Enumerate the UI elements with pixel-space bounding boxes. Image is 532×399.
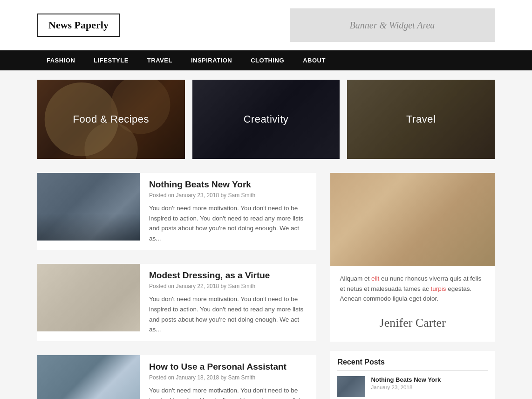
article-body: Nothing Beats New York Posted on January… (149, 173, 316, 250)
articles-list: Nothing Beats New York Posted on January… (37, 173, 316, 399)
featured-creativity-label: Creativity (244, 113, 289, 125)
article-excerpt: You don't need more motivation. You don'… (149, 294, 312, 334)
main-nav: FASHION LIFESTYLE TRAVEL INSPIRATION CLO… (0, 50, 532, 70)
featured-creativity[interactable]: Creativity (192, 80, 340, 159)
featured-row: Food & Recipes Creativity Travel (37, 80, 495, 159)
sidebar-signature: Jenifer Carter (330, 311, 495, 332)
nav-item-lifestyle[interactable]: LIFESTYLE (84, 50, 138, 70)
banner-area: Banner & Widget Area (290, 8, 495, 42)
sidebar-profile-card: Aliquam et elit eu nunc rhoncus viverra … (330, 173, 495, 342)
article-item: Modest Dressing, as a Virtue Posted on J… (37, 264, 316, 341)
featured-travel-label: Travel (406, 113, 436, 125)
article-meta: Posted on January 22, 2018 by Sam Smith (149, 283, 312, 289)
article-title[interactable]: Nothing Beats New York (149, 179, 312, 190)
article-body: How to Use a Personal Assistant Posted o… (149, 355, 316, 399)
nav-item-travel[interactable]: TRAVEL (138, 50, 182, 70)
recent-post-thumb[interactable] (337, 376, 365, 397)
article-body: Modest Dressing, as a Virtue Posted on J… (149, 264, 316, 341)
article-item: Nothing Beats New York Posted on January… (37, 173, 316, 250)
recent-post-title[interactable]: Nothing Beats New York (371, 376, 488, 383)
recent-posts-title: Recent Posts (337, 358, 488, 371)
nav-item-about[interactable]: ABOUT (293, 50, 335, 70)
article-meta: Posted on January 23, 2018 by Sam Smith (149, 192, 312, 199)
article-thumb-modest[interactable] (37, 264, 140, 331)
sidebar-profile-image (330, 173, 495, 266)
article-meta: Posted on January 18, 2018 by Sam Smith (149, 374, 312, 381)
article-thumb-ny[interactable] (37, 173, 140, 241)
featured-food[interactable]: Food & Recipes (37, 80, 185, 159)
sidebar: Aliquam et elit eu nunc rhoncus viverra … (330, 173, 495, 399)
article-title[interactable]: Modest Dressing, as a Virtue (149, 270, 312, 281)
header: News Paperly Banner & Widget Area (0, 0, 532, 50)
recent-post-date: January 23, 2018 (371, 385, 488, 390)
article-excerpt: You don't need more motivation. You don'… (149, 385, 312, 399)
sidebar-quote: Aliquam et elit eu nunc rhoncus viverra … (330, 266, 495, 311)
featured-food-label: Food & Recipes (73, 113, 150, 125)
recent-post-item: Nothing Beats New York January 23, 2018 (337, 376, 488, 397)
article-excerpt: You don't need more motivation. You don'… (149, 203, 312, 243)
recent-posts: Recent Posts Nothing Beats New York Janu… (330, 351, 495, 399)
article-thumb-pa[interactable] (37, 355, 140, 399)
nav-item-inspiration[interactable]: INSPIRATION (182, 50, 241, 70)
nav-item-clothing[interactable]: CLOTHING (241, 50, 293, 70)
banner-text: Banner & Widget Area (350, 20, 435, 31)
article-item: How to Use a Personal Assistant Posted o… (37, 355, 316, 399)
logo-box[interactable]: News Paperly (37, 14, 120, 37)
nav-item-fashion[interactable]: FASHION (37, 50, 84, 70)
article-title[interactable]: How to Use a Personal Assistant (149, 362, 312, 372)
featured-travel[interactable]: Travel (347, 80, 495, 159)
recent-post-info: Nothing Beats New York January 23, 2018 (371, 376, 488, 390)
logo-text: News Paperly (48, 19, 109, 31)
content-sidebar: Nothing Beats New York Posted on January… (37, 173, 495, 399)
